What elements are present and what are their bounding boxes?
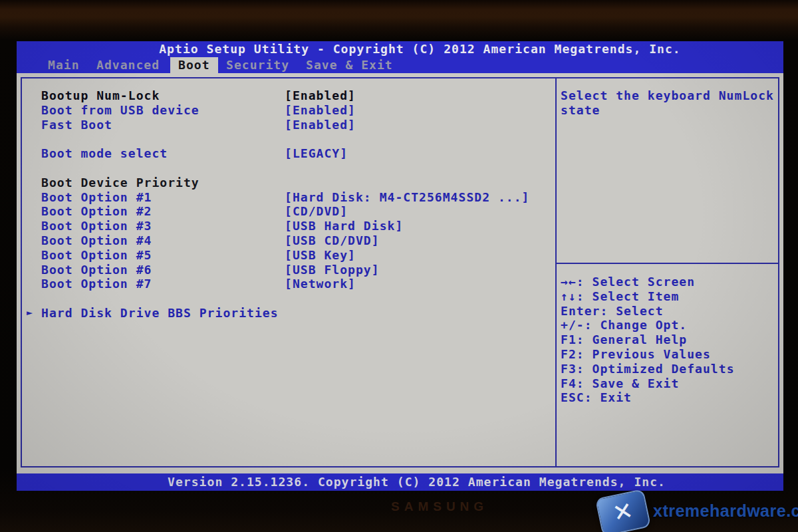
setting-label: Boot mode select (41, 146, 168, 161)
setting-label: Bootup Num-Lock (41, 88, 160, 103)
setting-label: Boot Option #5 (41, 248, 152, 263)
help-description-pane: Select the keyboard NumLock state (557, 77, 778, 263)
spacer (21, 132, 555, 146)
titlebar: Aptio Setup Utility - Copyright (C) 2012… (17, 41, 783, 57)
setting-value: [Enabled] (285, 118, 356, 132)
bios-screen: Aptio Setup Utility - Copyright (C) 2012… (17, 41, 783, 491)
key-combo: F2: (561, 347, 585, 361)
setting-row-boot-option-6[interactable]: Boot Option #6 [USB Floppy] (21, 263, 555, 277)
setting-row-fast-boot[interactable]: Fast Boot [Enabled] (21, 118, 555, 132)
setting-label: Boot Option #3 (41, 219, 152, 233)
key-combo: +/-: (561, 318, 593, 332)
setting-value: [LEGACY] (285, 146, 348, 161)
x-glyph: ✕ (610, 498, 635, 525)
tab-save-exit[interactable]: Save & Exit (306, 57, 393, 73)
menu-bar: Main Advanced Boot Security Save & Exit (17, 57, 783, 73)
setting-row-boot-from-usb[interactable]: Boot from USB device [Enabled] (21, 103, 555, 118)
key-action: Select Screen (593, 275, 696, 289)
xtremehardware-logo-icon: ✕ (595, 489, 651, 532)
key-combo: ESC: (561, 390, 593, 404)
key-f4-save-exit: F4: Save & Exit (561, 376, 779, 391)
settings-pane: Bootup Num-Lock [Enabled] Boot from USB … (21, 77, 555, 321)
setting-row-bootup-numlock[interactable]: Bootup Num-Lock [Enabled] (21, 88, 555, 103)
key-legend-pane: →←: Select Screen ↑↓: Select Item Enter:… (557, 264, 779, 467)
key-esc-exit: ESC: Exit (561, 390, 779, 405)
setting-row-boot-option-3[interactable]: Boot Option #3 [USB Hard Disk] (21, 219, 555, 233)
setting-row-boot-option-7[interactable]: Boot Option #7 [Network] (21, 277, 555, 291)
key-action: Select Item (593, 289, 680, 303)
key-combo: ↑↓: (561, 289, 585, 303)
section-title: Boot Device Priority (41, 176, 200, 190)
key-select-screen: →←: Select Screen (561, 275, 779, 289)
setting-value: [Enabled] (285, 103, 356, 118)
setting-row-boot-option-5[interactable]: Boot Option #5 [USB Key] (21, 248, 555, 263)
key-combo: Enter: (561, 304, 608, 318)
setting-row-boot-option-1[interactable]: Boot Option #1 [Hard Disk: M4-CT256M4SSD… (21, 190, 555, 205)
key-action: Save & Exit (593, 376, 680, 390)
monitor-brand-label: SAMSUNG (391, 499, 488, 514)
setting-label: Boot Option #6 (41, 263, 152, 277)
setting-label: Boot Option #1 (41, 190, 152, 205)
submenu-label: Hard Disk Drive BBS Priorities (41, 306, 279, 321)
key-action: Exit (600, 390, 632, 404)
setting-row-boot-option-2[interactable]: Boot Option #2 [CD/DVD] (21, 204, 555, 219)
setting-value: [CD/DVD] (285, 204, 348, 219)
key-combo: →←: (561, 275, 585, 289)
setting-value: [Enabled] (285, 88, 356, 103)
key-change-opt: +/-: Change Opt. (561, 318, 779, 332)
setting-label: Fast Boot (41, 118, 112, 132)
key-action: Change Opt. (600, 318, 687, 332)
key-combo: F4: (561, 376, 585, 390)
tab-security[interactable]: Security (226, 57, 289, 73)
spacer (21, 161, 555, 176)
key-f2-previous: F2: Previous Values (561, 347, 779, 362)
submenu-arrow-icon: ► (27, 306, 33, 321)
watermark-text: xtremehardware.com (653, 501, 798, 521)
setting-label: Boot from USB device (41, 103, 200, 118)
key-action: Optimized Defaults (593, 362, 735, 376)
monitor-photo: Aptio Setup Utility - Copyright (C) 2012… (0, 0, 798, 532)
setting-value: [USB Hard Disk] (285, 219, 403, 233)
setting-value: [Network] (285, 277, 356, 291)
help-description-text: Select the keyboard NumLock state (561, 88, 774, 117)
content-area: Bootup Num-Lock [Enabled] Boot from USB … (17, 73, 783, 473)
key-combo: F3: (561, 362, 585, 376)
setup-utility-title: Aptio Setup Utility - Copyright (C) 2012… (159, 42, 681, 56)
setting-value: [Hard Disk: M4-CT256M4SSD2 ...] (285, 190, 530, 205)
setting-row-boot-mode[interactable]: Boot mode select [LEGACY] (21, 146, 555, 161)
key-f3-defaults: F3: Optimized Defaults (561, 362, 779, 376)
spacer (21, 291, 555, 306)
key-select-item: ↑↓: Select Item (561, 289, 779, 304)
section-header-boot-device-priority: Boot Device Priority (21, 176, 555, 190)
key-f1-help: F1: General Help (561, 332, 779, 347)
version-text: Version 2.15.1236. Copyright (C) 2012 Am… (168, 475, 666, 489)
tab-main[interactable]: Main (48, 57, 80, 73)
setting-label: Boot Option #4 (41, 233, 152, 248)
setting-label: Boot Option #2 (41, 204, 152, 219)
key-action: Select (616, 304, 663, 318)
tab-advanced[interactable]: Advanced (96, 57, 160, 73)
watermark: ✕ xtremehardware.com (596, 491, 795, 532)
setting-value: [USB Floppy] (285, 263, 380, 277)
version-bar: Version 2.15.1236. Copyright (C) 2012 Am… (17, 473, 783, 491)
key-action: Previous Values (593, 347, 711, 361)
key-action: General Help (593, 332, 688, 346)
setting-label: Boot Option #7 (41, 277, 152, 291)
setting-value: [USB CD/DVD] (285, 233, 380, 248)
setting-value: [USB Key] (285, 248, 356, 263)
key-combo: F1: (561, 332, 585, 346)
submenu-row-hdd-bbs-priorities[interactable]: ► Hard Disk Drive BBS Priorities (21, 306, 555, 321)
key-enter-select: Enter: Select (561, 304, 779, 319)
tab-boot[interactable]: Boot (170, 57, 218, 73)
setting-row-boot-option-4[interactable]: Boot Option #4 [USB CD/DVD] (21, 233, 555, 248)
